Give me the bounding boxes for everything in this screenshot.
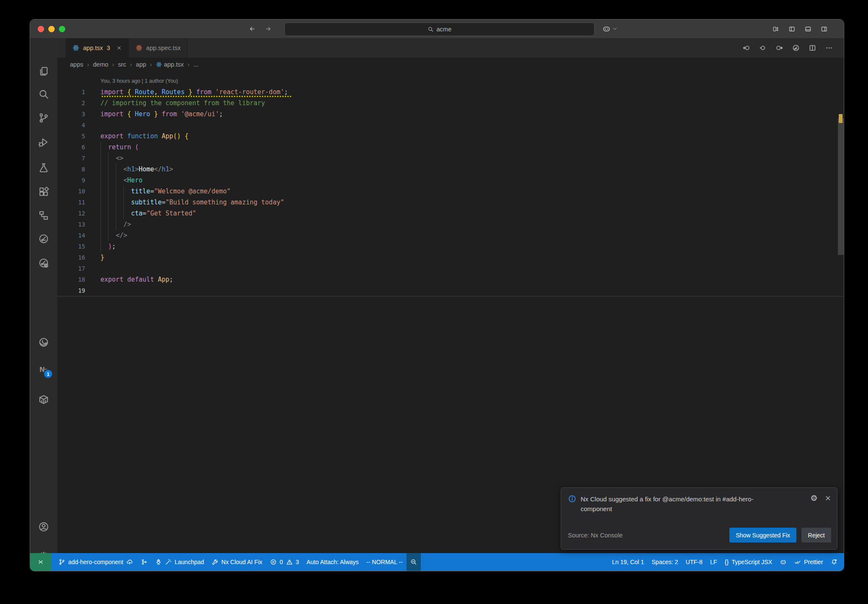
line-number[interactable]: 17	[57, 263, 85, 274]
code-line-1[interactable]: 1import { Route, Routes } from 'react-ro…	[57, 87, 844, 98]
zoom-window-button[interactable]	[59, 26, 65, 32]
auto-attach-item[interactable]: Auto Attach: Always	[303, 553, 362, 571]
breadcrumb-item-...[interactable]: ...	[193, 61, 198, 68]
code-line-16[interactable]: 16}	[57, 252, 844, 263]
line-number[interactable]: 4	[57, 120, 85, 131]
activity-explorer[interactable]	[37, 65, 50, 78]
launchpad-item[interactable]: Launchpad	[151, 553, 208, 571]
activity-run-tasks[interactable]	[37, 232, 50, 245]
line-number[interactable]: 6	[57, 142, 85, 153]
line-number[interactable]: 9	[57, 175, 85, 186]
code-line-2[interactable]: 2// importing the component from the lib…	[57, 98, 844, 109]
activity-edge-browser[interactable]	[37, 336, 50, 349]
split-editor-icon[interactable]	[809, 44, 816, 52]
code-line-11[interactable]: 11 subtitle="Build something amazing tod…	[57, 197, 844, 208]
line-number[interactable]: 7	[57, 153, 85, 164]
code-line-9[interactable]: 9 <Hero	[57, 175, 844, 186]
more-actions-icon[interactable]	[825, 44, 833, 52]
eol-item[interactable]: LF	[706, 553, 721, 571]
activity-accounts[interactable]	[37, 520, 50, 533]
breadcrumb-item-app.tsx[interactable]: app.tsx	[156, 61, 184, 68]
activity-containers[interactable]	[37, 393, 50, 406]
cursor-position-item[interactable]: Ln 19, Col 1	[608, 553, 648, 571]
breadcrumb-item-app[interactable]: app	[136, 61, 146, 68]
toggle-secondary-sidebar-button[interactable]	[821, 25, 828, 33]
code-line-4[interactable]: 4	[57, 120, 844, 131]
line-number[interactable]: 14	[57, 230, 85, 241]
show-suggested-fix-button[interactable]: Show Suggested Fix	[729, 528, 796, 542]
activity-watch-tasks[interactable]	[37, 257, 50, 269]
customize-layout-button[interactable]	[772, 25, 779, 33]
activity-source-control[interactable]	[37, 112, 50, 124]
code-line-12[interactable]: 12 cta="Get Started"	[57, 208, 844, 219]
nav-forward-icon[interactable]	[265, 25, 272, 32]
git-branch-item[interactable]: add-hero-component	[55, 553, 137, 571]
nav-back-icon[interactable]	[249, 25, 256, 32]
problems-item[interactable]: 03	[266, 553, 303, 571]
activity-run-and-debug[interactable]	[37, 136, 50, 148]
code-line-17[interactable]: 17	[57, 263, 844, 274]
close-window-button[interactable]	[38, 26, 44, 32]
nav-back-circle-icon[interactable]	[743, 44, 750, 52]
notification-settings-icon[interactable]: ⚙	[810, 494, 818, 502]
line-number[interactable]: 11	[57, 197, 85, 208]
line-number[interactable]: 18	[57, 274, 85, 285]
vim-mode-item[interactable]: -- NORMAL --	[362, 553, 406, 571]
reject-button[interactable]: Reject	[801, 528, 831, 542]
line-number[interactable]: 5	[57, 131, 85, 142]
activity-search[interactable]	[37, 88, 50, 101]
code-line-18[interactable]: 18export default App;	[57, 274, 844, 285]
code-line-13[interactable]: 13 />	[57, 219, 844, 230]
encoding-item[interactable]: UTF-8	[682, 553, 707, 571]
minimize-window-button[interactable]	[48, 26, 55, 32]
editor-scrollbar[interactable]	[838, 71, 844, 553]
notification-close-icon[interactable]	[825, 495, 831, 501]
editor-pane[interactable]: You, 3 hours ago | 1 author (You) 1impor…	[57, 71, 844, 553]
copilot-status-item[interactable]	[776, 553, 790, 571]
command-center-search[interactable]: acme	[284, 22, 595, 36]
code-line-3[interactable]: 3import { Hero } from '@acme/ui';	[57, 109, 844, 120]
indentation-item[interactable]: Spaces: 2	[648, 553, 682, 571]
language-mode-item[interactable]: {}TypeScript JSX	[721, 553, 776, 571]
activity-testing[interactable]	[37, 161, 50, 174]
code-line-5[interactable]: 5export function App() {	[57, 131, 844, 142]
line-number[interactable]: 10	[57, 186, 85, 197]
zoom-out-item[interactable]	[406, 553, 421, 571]
copilot-menu[interactable]	[602, 20, 618, 38]
toggle-panel-button[interactable]	[804, 25, 812, 33]
line-number[interactable]: 2	[57, 98, 85, 109]
prettier-item[interactable]: Prettier	[790, 553, 827, 571]
code-line-7[interactable]: 7 <>	[57, 153, 844, 164]
line-number[interactable]: 1	[57, 87, 85, 98]
activity-nx-console[interactable]: N»1	[37, 364, 50, 376]
tab-app.spec.tsx[interactable]: app.spec.tsx	[129, 38, 188, 58]
notifications-bell-item[interactable]	[827, 553, 841, 571]
activity-extensions[interactable]	[37, 185, 50, 198]
line-number[interactable]: 16	[57, 252, 85, 263]
nav-location-circle-icon[interactable]	[759, 44, 767, 52]
tab-app.tsx[interactable]: app.tsx3	[66, 38, 129, 58]
line-number[interactable]: 15	[57, 241, 85, 252]
code-line-15[interactable]: 15 );	[57, 241, 844, 252]
code-line-19[interactable]: 19	[57, 285, 844, 296]
line-number[interactable]: 3	[57, 109, 85, 120]
line-number[interactable]: 12	[57, 208, 85, 219]
close-tab-icon[interactable]	[117, 45, 122, 50]
remote-indicator[interactable]	[30, 553, 51, 571]
line-number[interactable]: 19	[57, 285, 85, 296]
code-line-14[interactable]: 14 </>	[57, 230, 844, 241]
nx-cloud-fix-item[interactable]: Nx Cloud AI Fix	[208, 553, 266, 571]
line-number[interactable]: 13	[57, 219, 85, 230]
code-line-6[interactable]: 6 return (	[57, 142, 844, 153]
breadcrumb-item-demo[interactable]: demo	[93, 61, 108, 68]
code-line-8[interactable]: 8 <h1>Home</h1>	[57, 164, 844, 175]
nav-forward-circle-icon[interactable]	[776, 44, 783, 52]
toggle-primary-sidebar-button[interactable]	[788, 25, 796, 33]
breadcrumb-item-apps[interactable]: apps	[70, 61, 83, 68]
run-project-graph-icon[interactable]	[792, 44, 800, 52]
activity-project-graph[interactable]	[37, 209, 50, 222]
scrollbar-thumb[interactable]	[838, 118, 844, 255]
code-line-10[interactable]: 10 title="Welcmoe @acme/demo"	[57, 186, 844, 197]
git-graph-item[interactable]	[137, 553, 151, 571]
breadcrumb-item-src[interactable]: src	[118, 61, 126, 68]
